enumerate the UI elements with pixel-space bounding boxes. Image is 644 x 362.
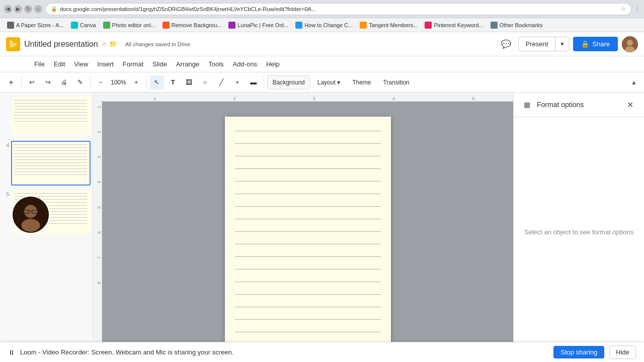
line xyxy=(15,115,87,116)
menu-format[interactable]: Format xyxy=(119,58,147,70)
slide-canvas[interactable] xyxy=(102,102,513,347)
bookmark-label: A Paper Sizes - A... xyxy=(16,22,64,28)
browser-bar: ◀ ▶ ↻ ⌂ 🔒 docs.google.com/presentation/d… xyxy=(0,0,644,18)
bookmark-canva[interactable]: Canva xyxy=(68,21,99,30)
svg-rect-2 xyxy=(10,44,17,45)
present-button[interactable]: Present xyxy=(519,37,555,51)
loom-stop-sharing-button[interactable]: Stop sharing xyxy=(553,346,604,358)
menu-slide[interactable]: Slide xyxy=(148,58,171,70)
home-button[interactable]: ⌂ xyxy=(34,5,42,13)
image-tool-button[interactable]: 🖼 xyxy=(182,75,196,89)
format-panel-title: Format options xyxy=(537,101,619,109)
zoom-in-button[interactable]: + xyxy=(129,75,143,89)
user-avatar[interactable] xyxy=(622,36,638,52)
bookmark-lunapic[interactable]: LunaPic | Free Onl... xyxy=(225,21,291,30)
background-button[interactable]: Background xyxy=(267,75,310,89)
redo-button[interactable]: ↪ xyxy=(41,75,55,89)
undo-button[interactable]: ↩ xyxy=(25,75,39,89)
bookmark-label: Canva xyxy=(80,22,96,28)
bookmark-favicon-pinterest xyxy=(425,22,432,29)
menu-addons[interactable]: Add-ons xyxy=(229,58,261,70)
collapse-toolbar-button[interactable]: ▲ xyxy=(628,76,640,88)
folder-icon[interactable]: 📁 xyxy=(109,40,117,48)
toolbar-separator-2 xyxy=(90,76,91,88)
menu-insert[interactable]: Insert xyxy=(93,58,118,70)
present-dropdown-button[interactable]: ▼ xyxy=(555,37,569,51)
line xyxy=(15,147,87,148)
slide-ruled-line xyxy=(235,332,381,332)
ruler-area: 1 2 3 4 5 1 2 3 4 5 6 7 8 xyxy=(93,93,513,347)
menu-file[interactable]: File xyxy=(30,58,49,70)
app-logo xyxy=(6,37,20,51)
line xyxy=(15,112,87,113)
format-panel-icon: ▦ xyxy=(522,100,532,110)
add-button[interactable]: + xyxy=(4,75,18,89)
menu-arrange[interactable]: Arrange xyxy=(172,58,203,70)
loom-hide-button[interactable]: Hide xyxy=(609,345,636,359)
bookmark-remove-bg[interactable]: Remove Backgrou... xyxy=(159,21,225,30)
forward-button[interactable]: ▶ xyxy=(14,5,22,13)
toolbar-separator-1 xyxy=(21,76,22,88)
format-close-button[interactable]: ✕ xyxy=(624,99,636,111)
bookmark-other[interactable]: Other Bookmarks xyxy=(488,21,546,30)
refresh-button[interactable]: ↻ xyxy=(24,5,32,13)
layout-button[interactable]: Layout ▾ xyxy=(312,75,345,89)
slide-ruled-line xyxy=(235,168,381,169)
text-tool-button[interactable]: T xyxy=(166,75,180,89)
extensions-icon[interactable]: ⋮ xyxy=(634,6,640,12)
bookmark-favicon-other xyxy=(491,22,498,29)
bookmarks-bar: A Paper Sizes - A... Canva Photo editor … xyxy=(0,18,644,32)
cursor-tool-button[interactable]: ↖ xyxy=(150,75,164,89)
paint-format-button[interactable]: ✎ xyxy=(73,75,87,89)
menu-edit[interactable]: Edit xyxy=(50,58,69,70)
slide-3-number xyxy=(2,97,9,99)
bookmark-how-to-change[interactable]: How to Change C... xyxy=(292,21,356,30)
bookmark-label: Tangent Members... xyxy=(369,22,418,28)
line xyxy=(15,106,87,107)
slide-4-thumb[interactable] xyxy=(11,141,91,186)
url-text: docs.google.com/presentation/d/1grqyhZI5… xyxy=(60,6,617,12)
slide-ruled-line xyxy=(235,219,381,219)
bookmark-pinterest[interactable]: Pinterest Keyword... xyxy=(422,21,486,30)
bookmark-favicon-photo xyxy=(103,22,110,29)
bookmark-tangent[interactable]: Tangent Members... xyxy=(357,21,421,30)
menu-view[interactable]: View xyxy=(70,58,92,70)
shape-tool-button[interactable]: ○ xyxy=(198,75,212,89)
bookmark-paper-sizes[interactable]: A Paper Sizes - A... xyxy=(4,21,67,30)
line xyxy=(15,153,87,154)
bookmark-photo-editor[interactable]: Photo editor onl... xyxy=(100,21,158,30)
transition-button[interactable]: Transition xyxy=(378,75,414,89)
address-bar[interactable]: 🔒 docs.google.com/presentation/d/1grqyhZ… xyxy=(45,3,631,15)
zoom-level: 100% xyxy=(110,79,127,86)
bookmark-star-icon[interactable]: ☆ xyxy=(620,6,626,13)
line xyxy=(15,100,87,101)
browser-controls: ◀ ▶ ↻ ⌂ xyxy=(4,5,42,13)
star-title-icon[interactable]: ☆ xyxy=(101,40,107,48)
bookmark-label: LunaPic | Free Onl... xyxy=(237,22,288,28)
slide-page[interactable] xyxy=(225,117,391,347)
svg-point-9 xyxy=(22,219,40,232)
slide-5-thumb[interactable] xyxy=(11,190,91,234)
color-fill-button[interactable]: ▬ xyxy=(247,75,261,89)
zoom-out-button[interactable]: − xyxy=(94,75,108,89)
theme-button[interactable]: Theme xyxy=(347,75,376,89)
presentation-title[interactable]: Untitled presentation xyxy=(24,40,98,49)
slide-3-container xyxy=(2,97,91,137)
slide-ruled-line xyxy=(235,131,381,131)
loom-notification-bar: ⏸ Loom - Video Recorder: Screen, Webcam … xyxy=(0,342,644,362)
back-button[interactable]: ◀ xyxy=(4,5,12,13)
toolbar-separator-4 xyxy=(264,76,264,88)
toolbar-separator-3 xyxy=(146,76,147,88)
line xyxy=(15,103,87,104)
slide-ruled-line xyxy=(235,282,381,282)
line-tool-button[interactable]: ╱ xyxy=(214,75,228,89)
slide-3-thumb[interactable] xyxy=(11,97,91,135)
slide-ruled-line xyxy=(235,194,381,194)
menu-help[interactable]: Help xyxy=(262,58,284,70)
comments-button[interactable]: 💬 xyxy=(498,36,514,52)
menu-bar: File Edit View Insert Format Slide Arran… xyxy=(0,56,644,72)
print-button[interactable]: 🖨 xyxy=(57,75,71,89)
add-object-button[interactable]: + xyxy=(230,75,245,89)
share-button[interactable]: 🔒 Share xyxy=(573,37,618,51)
menu-tools[interactable]: Tools xyxy=(204,58,227,70)
